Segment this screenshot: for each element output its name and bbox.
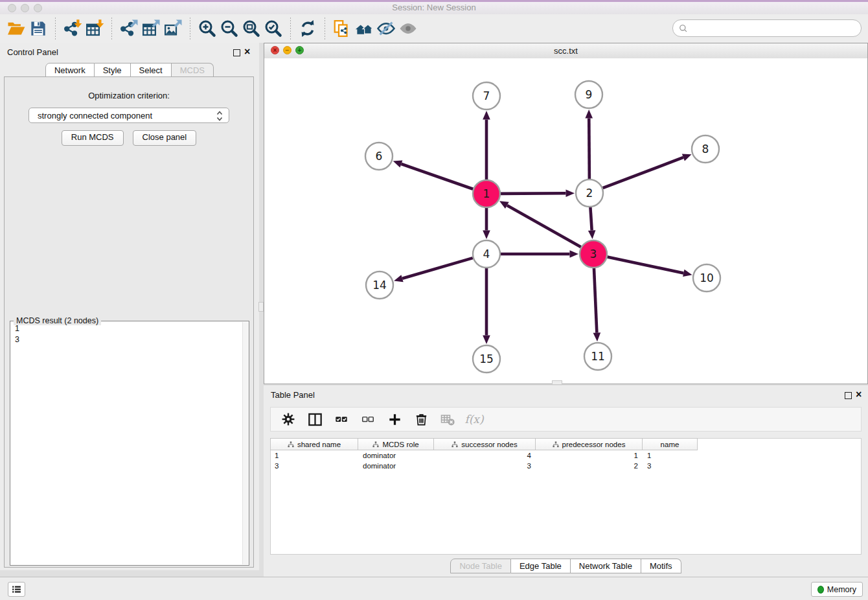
graph-node-8[interactable]: 8 xyxy=(692,135,719,163)
table-row[interactable]: 3dominator323 xyxy=(270,461,698,472)
memory-label: Memory xyxy=(827,585,856,594)
function-builder-icon: f(x) xyxy=(466,411,483,428)
graph-node-1[interactable]: 1 xyxy=(473,180,500,207)
graph-edge-2-8[interactable] xyxy=(603,154,692,189)
toolbar-separator xyxy=(325,17,325,40)
graph-edge-3-11[interactable] xyxy=(593,268,601,341)
column-visibility-icon[interactable] xyxy=(306,411,323,428)
zoom-selected-icon[interactable] xyxy=(262,17,284,40)
tab-node-table[interactable]: Node Table xyxy=(450,559,511,573)
memory-button[interactable]: Memory xyxy=(811,582,863,597)
hide-selected-icon[interactable] xyxy=(375,17,397,40)
graph-edge-1-6[interactable] xyxy=(393,161,474,189)
tab-mcds[interactable]: MCDS xyxy=(172,63,214,78)
save-session-icon[interactable] xyxy=(27,17,49,40)
graph-edge-4-3[interactable] xyxy=(501,250,578,258)
graph-node-9[interactable]: 9 xyxy=(575,81,602,108)
graph-edge-2-9[interactable] xyxy=(585,110,593,179)
graph-edge-1-4[interactable] xyxy=(483,208,490,239)
import-table-icon[interactable] xyxy=(84,17,106,40)
network-canvas[interactable]: 7968124314101511 xyxy=(264,58,867,384)
table-rows: 1dominator4113dominator323 xyxy=(270,451,698,472)
graph-node-14[interactable]: 14 xyxy=(366,271,393,299)
graph-node-7[interactable]: 7 xyxy=(473,82,500,110)
search-input[interactable] xyxy=(688,23,861,33)
cell-predecessor-nodes[interactable]: 2 xyxy=(536,461,643,472)
graph-node-15[interactable]: 15 xyxy=(473,345,500,373)
cell-predecessor-nodes[interactable]: 1 xyxy=(536,451,643,461)
status-bar: Memory xyxy=(0,577,868,600)
workspace: Control Panel × NetworkStyleSelectMCDS O… xyxy=(0,43,868,577)
network-window-titlebar: scc.txt xyxy=(264,43,867,59)
svg-text:9: 9 xyxy=(586,88,593,101)
export-table-icon[interactable] xyxy=(140,17,162,40)
tab-style[interactable]: Style xyxy=(95,63,131,78)
table-panel: Table Panel × f(x) shared nameMCDS roles… xyxy=(264,386,868,577)
table-settings-icon[interactable] xyxy=(280,411,297,428)
close-panel-button[interactable]: Close panel xyxy=(133,130,197,146)
cell-mcds-role[interactable]: dominator xyxy=(358,461,434,472)
cell-shared-name[interactable]: 3 xyxy=(270,461,358,472)
tab-network[interactable]: Network xyxy=(45,63,95,78)
show-networks-overview-icon[interactable] xyxy=(353,17,375,40)
mcds-result-line: 3 xyxy=(15,334,244,345)
table-row[interactable]: 1dominator411 xyxy=(270,451,698,461)
deselect-all-columns-icon[interactable] xyxy=(360,411,376,428)
graph-edge-3-1[interactable] xyxy=(499,201,581,247)
tab-select[interactable]: Select xyxy=(131,63,172,78)
graph-node-2[interactable]: 2 xyxy=(576,179,603,207)
graph-node-3[interactable]: 3 xyxy=(580,240,607,268)
task-history-button[interactable] xyxy=(8,582,25,597)
column-header-shared-name[interactable]: shared name xyxy=(270,438,358,450)
graph-edge-4-15[interactable] xyxy=(483,268,490,344)
optimization-criterion-select[interactable]: strongly connected component xyxy=(29,108,229,123)
graph-node-6[interactable]: 6 xyxy=(365,143,393,170)
cell-mcds-role[interactable]: dominator xyxy=(358,451,434,461)
cell-successor-nodes[interactable]: 3 xyxy=(434,461,536,472)
open-file-icon[interactable] xyxy=(5,17,27,40)
clone-network-icon[interactable] xyxy=(331,17,353,40)
column-header-successor-nodes[interactable]: successor nodes xyxy=(434,438,536,450)
column-header-name[interactable]: name xyxy=(643,438,698,450)
cell-name[interactable]: 1 xyxy=(643,451,698,461)
refresh-layout-icon[interactable] xyxy=(297,17,319,40)
toolbar-separator xyxy=(290,17,291,40)
export-image-icon[interactable] xyxy=(162,17,184,40)
cell-shared-name[interactable]: 1 xyxy=(270,451,358,461)
float-table-panel-icon[interactable] xyxy=(845,392,852,399)
tab-network-table[interactable]: Network Table xyxy=(571,559,641,573)
close-table-panel-icon[interactable]: × xyxy=(856,389,862,400)
result-scrollbar[interactable] xyxy=(242,322,249,564)
cell-successor-nodes[interactable]: 4 xyxy=(434,451,536,461)
graph-edge-4-14[interactable] xyxy=(394,258,473,282)
graph-edge-2-3[interactable] xyxy=(588,207,596,239)
vertical-splitter-handle[interactable] xyxy=(258,302,264,312)
search-box[interactable] xyxy=(672,19,862,37)
tab-edge-table[interactable]: Edge Table xyxy=(511,559,571,573)
column-header-mcds-role[interactable]: MCDS role xyxy=(358,438,434,450)
graph-edge-1-7[interactable] xyxy=(483,111,490,179)
column-header-predecessor-nodes[interactable]: predecessor nodes xyxy=(536,438,643,450)
horizontal-splitter-handle[interactable] xyxy=(552,380,562,385)
show-hidden-icon xyxy=(397,17,419,40)
graph-node-10[interactable]: 10 xyxy=(693,264,720,292)
zoom-in-icon[interactable] xyxy=(196,17,218,40)
graph-edge-3-10[interactable] xyxy=(608,257,692,277)
delete-column-icon[interactable] xyxy=(413,411,429,428)
export-network-icon[interactable] xyxy=(118,17,140,40)
select-all-columns-icon[interactable] xyxy=(333,411,350,428)
zoom-fit-icon[interactable] xyxy=(240,17,262,40)
window-title: Session: New Session xyxy=(0,3,868,12)
add-column-icon[interactable] xyxy=(386,411,403,428)
zoom-out-icon[interactable] xyxy=(218,17,240,40)
run-mcds-button[interactable]: Run MCDS xyxy=(62,130,124,146)
float-panel-icon[interactable] xyxy=(233,49,240,56)
graph-node-4[interactable]: 4 xyxy=(473,240,500,268)
graph-node-11[interactable]: 11 xyxy=(584,343,611,370)
import-network-icon[interactable] xyxy=(62,17,84,40)
cell-name[interactable]: 3 xyxy=(643,461,698,472)
select-chevrons-icon xyxy=(216,110,223,122)
tab-motifs[interactable]: Motifs xyxy=(641,559,681,573)
close-panel-icon[interactable]: × xyxy=(244,46,250,58)
graph-edge-1-2[interactable] xyxy=(501,189,575,197)
